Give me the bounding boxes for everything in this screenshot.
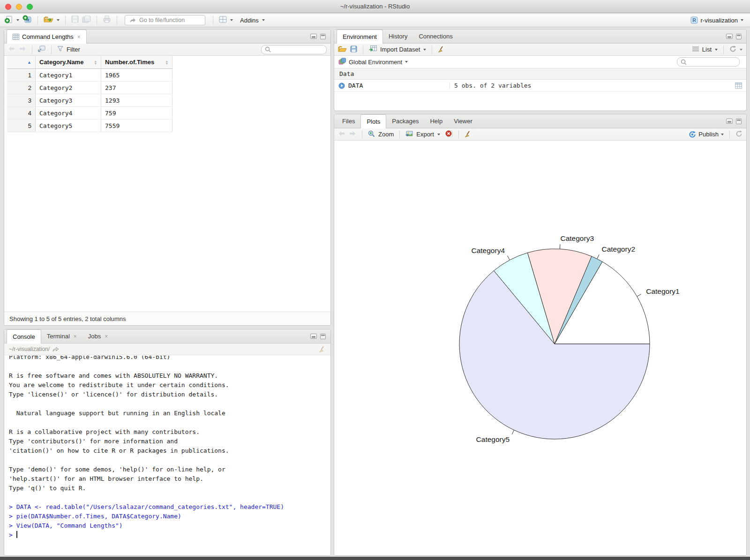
tab-terminal[interactable]: Terminal× (41, 329, 82, 343)
publish-dropdown[interactable] (721, 134, 724, 135)
new-file-icon[interactable] (5, 15, 13, 25)
addins-dropdown[interactable] (262, 19, 265, 21)
refresh-icon[interactable] (729, 45, 736, 54)
goto-arrow-icon (129, 17, 136, 23)
console-output-line (9, 362, 326, 371)
list-view-button[interactable]: List (702, 46, 712, 53)
tab-files[interactable]: Files (337, 114, 360, 128)
environment-pane: Environment History Connections Import D… (334, 29, 747, 111)
addins-button[interactable]: Addins (240, 17, 259, 24)
environment-scope-row: Global Environment (334, 56, 746, 68)
close-tab-icon[interactable]: × (74, 333, 77, 340)
import-dataset-button[interactable]: Import Dataset (380, 46, 420, 53)
maximize-pane-icon[interactable] (736, 119, 742, 124)
column-header-category-name[interactable]: Category.Name▲▼ (36, 56, 101, 68)
environment-object-list: DATA5 obs. of 2 variables (334, 80, 746, 92)
load-workspace-icon[interactable] (338, 45, 347, 53)
close-tab-icon[interactable]: × (77, 34, 81, 40)
project-selector[interactable]: R r-visualization (690, 16, 745, 24)
console-output[interactable]: Platform: x86_64-apple-darwin15.6.0 (64-… (4, 356, 330, 555)
new-file-dropdown[interactable] (16, 19, 19, 21)
environment-object-row[interactable]: DATA5 obs. of 2 variables (334, 80, 746, 92)
view-data-grid-icon[interactable] (735, 82, 742, 89)
console-output-line: R is a collaborative project with many c… (9, 427, 326, 437)
search-icon (681, 59, 687, 65)
save-workspace-icon[interactable] (350, 45, 357, 54)
viewer-status-bar: Showing 1 to 5 of 5 entries, 2 total col… (4, 312, 330, 325)
table-cell: 237 (101, 82, 172, 94)
refresh-plot-icon[interactable] (735, 130, 742, 139)
goto-directory-icon[interactable] (52, 347, 59, 352)
tab-jobs[interactable]: Jobs× (82, 329, 113, 343)
tab-history[interactable]: History (383, 30, 413, 43)
environment-section-header: Data (334, 68, 746, 80)
tab-packages[interactable]: Packages (386, 114, 424, 128)
console-output-line: 'citation()' on how to cite R or R packa… (9, 446, 326, 455)
forward-icon (19, 46, 26, 53)
tab-command-lengths[interactable]: Command Lengths × (7, 30, 87, 44)
filter-button[interactable]: Filter (67, 46, 80, 53)
open-in-new-window-icon[interactable] (38, 45, 45, 53)
viewer-search-input[interactable] (261, 45, 327, 54)
print-icon (103, 15, 111, 25)
open-recent-dropdown[interactable] (57, 19, 60, 21)
console-output-line: You are welcome to redistribute it under… (9, 381, 326, 390)
list-view-dropdown[interactable] (715, 49, 718, 51)
minimize-pane-icon[interactable] (726, 119, 733, 124)
plots-tabbar: Files Plots Packages Help Viewer (334, 114, 746, 128)
global-environment-selector[interactable]: Global Environment (349, 59, 402, 66)
data-grid-icon (13, 34, 19, 40)
table-cell: 5 (7, 119, 36, 132)
maximize-pane-icon[interactable] (736, 34, 742, 39)
console-output-line: Type 'license()' or 'licence()' for dist… (9, 390, 326, 399)
export-plot-button[interactable]: Export (416, 131, 434, 138)
pie-chart: Category1Category2Category3Category4Cate… (334, 141, 746, 555)
open-file-icon[interactable] (44, 15, 53, 25)
export-dropdown[interactable] (437, 134, 440, 135)
table-cell: Category3 (36, 94, 101, 106)
panes-layout-icon[interactable] (219, 16, 227, 25)
tab-console[interactable]: Console (7, 329, 41, 343)
maximize-pane-icon[interactable] (320, 334, 326, 339)
environment-search-input[interactable] (677, 57, 740, 67)
console-prompt[interactable]: > (9, 530, 326, 540)
tab-connections[interactable]: Connections (413, 30, 458, 43)
tab-environment[interactable]: Environment (337, 30, 383, 44)
clear-environment-icon[interactable] (438, 46, 445, 53)
new-project-icon[interactable]: R (22, 15, 32, 25)
clear-console-icon[interactable] (319, 346, 326, 353)
row-number-header[interactable]: ▲ (7, 56, 36, 68)
minimize-pane-icon[interactable] (310, 334, 317, 339)
window-title: ~/r-visualization - RStudio (0, 3, 750, 10)
remove-plot-icon[interactable] (445, 130, 453, 139)
console-tabbar: Console Terminal× Jobs× (4, 329, 330, 343)
project-name: r-visualization (701, 17, 738, 24)
refresh-dropdown[interactable] (740, 49, 742, 51)
save-icon (71, 15, 79, 25)
global-environment-icon (338, 58, 346, 67)
import-dataset-dropdown[interactable] (423, 49, 426, 51)
table-row: 1Category11965 (7, 69, 172, 82)
tab-help[interactable]: Help (424, 114, 448, 128)
goto-file-function-search[interactable]: Go to file/function (125, 15, 205, 25)
table-cell: 4 (7, 107, 36, 119)
minimize-pane-icon[interactable] (310, 34, 317, 39)
minimize-pane-icon[interactable] (726, 34, 733, 39)
tab-viewer[interactable]: Viewer (448, 114, 478, 128)
table-cell: 1 (7, 69, 36, 81)
zoom-plot-button[interactable]: Zoom (378, 131, 394, 138)
column-header-number-of-times[interactable]: Number.of.Times▲▼ (101, 56, 172, 68)
tab-plots[interactable]: Plots (360, 114, 386, 128)
panes-layout-dropdown[interactable] (230, 19, 233, 21)
pie-label-tick (597, 254, 600, 259)
scope-dropdown-caret[interactable] (405, 61, 408, 63)
publish-icon (689, 131, 696, 138)
filter-icon (57, 46, 63, 53)
close-tab-icon[interactable]: × (105, 333, 108, 340)
expand-object-icon[interactable] (338, 82, 345, 89)
publish-button[interactable]: Publish (689, 131, 724, 138)
maximize-pane-icon[interactable] (320, 34, 326, 39)
clear-all-plots-icon[interactable] (465, 131, 472, 138)
pie-label-tick (637, 294, 641, 297)
pie-label-Category2: Category2 (602, 245, 636, 253)
